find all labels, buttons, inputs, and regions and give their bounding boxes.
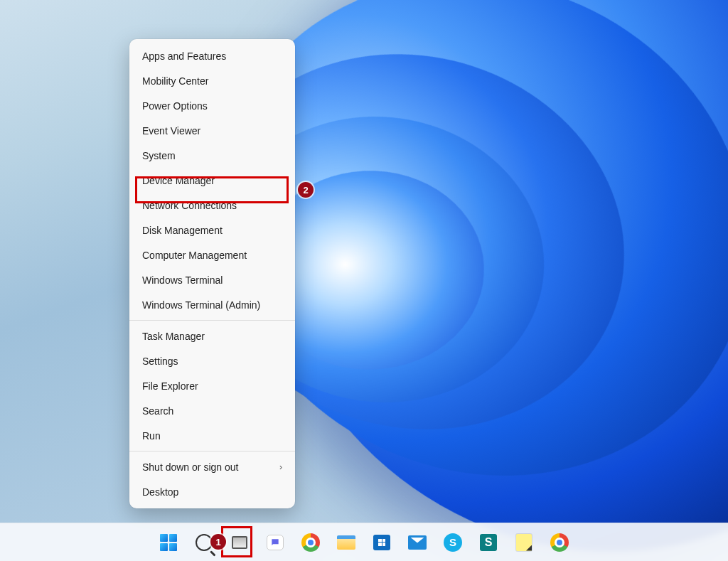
menu-divider <box>129 451 295 452</box>
menu-item-label: Computer Management <box>142 250 247 261</box>
menu-item-network-connections[interactable]: Network Connections <box>129 193 295 218</box>
menu-item-computer-management[interactable]: Computer Management <box>129 242 295 267</box>
taskbar-mail-button[interactable] <box>403 528 432 557</box>
taskbar-store-button[interactable] <box>368 528 396 557</box>
taskbar-sticky-notes-button[interactable] <box>510 528 538 557</box>
menu-item-task-manager[interactable]: Task Manager <box>129 324 295 348</box>
menu-item-label: Network Connections <box>142 200 237 211</box>
chrome-icon <box>550 533 569 552</box>
menu-item-label: Event Viewer <box>142 125 200 137</box>
menu-item-windows-terminal[interactable]: Windows Terminal <box>129 267 295 292</box>
menu-item-label: File Explorer <box>142 380 198 392</box>
menu-item-label: Windows Terminal <box>142 274 223 286</box>
menu-item-shut-down-or-sign-out[interactable]: Shut down or sign out› <box>129 454 295 479</box>
menu-item-windows-terminal-admin[interactable]: Windows Terminal (Admin) <box>129 292 295 317</box>
menu-item-desktop[interactable]: Desktop <box>129 479 295 504</box>
chevron-right-icon: › <box>279 462 282 472</box>
taskbar-chat-button[interactable] <box>261 528 289 557</box>
skype-icon: S <box>444 533 462 552</box>
taskbar: S S <box>0 523 728 561</box>
taskbar-sharepoint-button[interactable]: S <box>474 528 503 557</box>
desktop-wallpaper <box>0 0 728 561</box>
menu-item-settings[interactable]: Settings <box>129 348 295 373</box>
taskbar-skype-button[interactable]: S <box>439 528 467 557</box>
file-explorer-icon <box>337 535 355 550</box>
sticky-notes-icon <box>516 534 532 551</box>
menu-item-label: Shut down or sign out <box>142 461 238 473</box>
taskbar-chrome-button[interactable] <box>296 528 325 557</box>
menu-item-label: Apps and Features <box>142 50 226 62</box>
menu-item-apps-and-features[interactable]: Apps and Features <box>129 43 295 68</box>
menu-item-label: Desktop <box>142 486 178 498</box>
menu-item-search[interactable]: Search <box>129 398 295 423</box>
menu-item-label: Disk Management <box>142 225 223 236</box>
taskbar-task-view-button[interactable] <box>225 528 254 557</box>
store-icon <box>373 535 390 550</box>
menu-item-label: System <box>142 150 176 161</box>
mail-icon <box>408 535 427 550</box>
menu-item-label: Windows Terminal (Admin) <box>142 299 260 311</box>
menu-item-label: Run <box>142 430 161 442</box>
menu-item-label: Mobility Center <box>142 75 208 87</box>
menu-item-mobility-center[interactable]: Mobility Center <box>129 68 295 93</box>
winx-context-menu: Apps and FeaturesMobility CenterPower Op… <box>129 39 295 508</box>
menu-item-power-options[interactable]: Power Options <box>129 93 295 118</box>
menu-item-label: Device Manager <box>142 175 215 186</box>
menu-item-run[interactable]: Run <box>129 423 295 448</box>
menu-item-label: Settings <box>142 356 178 367</box>
annotation-callout-1: 1 <box>210 534 226 550</box>
menu-item-device-manager[interactable]: Device Manager <box>129 168 295 193</box>
menu-item-label: Power Options <box>142 100 208 112</box>
sharepoint-icon: S <box>480 534 497 551</box>
taskbar-file-explorer-button[interactable] <box>332 528 360 557</box>
menu-item-label: Search <box>142 405 173 417</box>
chat-icon <box>267 535 284 550</box>
taskbar-chrome-button-2[interactable] <box>545 528 574 557</box>
annotation-callout-2: 2 <box>298 182 314 198</box>
menu-item-event-viewer[interactable]: Event Viewer <box>129 118 295 143</box>
chrome-icon <box>301 533 320 552</box>
menu-item-disk-management[interactable]: Disk Management <box>129 218 295 242</box>
menu-item-system[interactable]: System <box>129 143 295 168</box>
menu-item-label: Task Manager <box>142 331 205 342</box>
start-icon <box>160 534 177 551</box>
task-view-icon <box>232 536 247 549</box>
menu-divider <box>129 320 295 321</box>
menu-item-file-explorer[interactable]: File Explorer <box>129 373 295 398</box>
taskbar-start-button[interactable] <box>154 528 183 557</box>
